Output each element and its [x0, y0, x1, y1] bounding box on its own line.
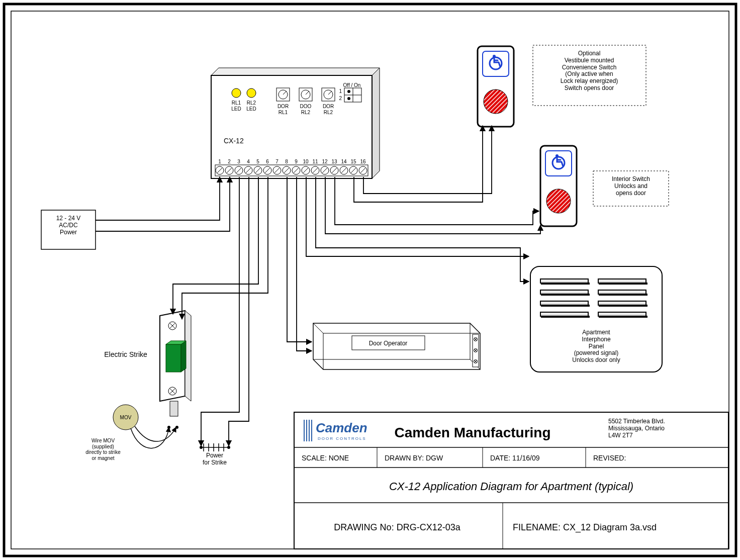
- logo-sub: DOOR CONTROLS: [318, 436, 366, 441]
- svg-point-45: [175, 426, 178, 429]
- drawn-label: DRAWN BY: DGW: [385, 454, 443, 462]
- terminal-num-5: 5: [256, 159, 259, 164]
- dip-header: Off / On: [343, 82, 361, 88]
- svg-rect-84: [598, 301, 646, 305]
- terminal-num-7: 7: [275, 159, 279, 164]
- terminal-num-13: 13: [331, 159, 337, 164]
- svg-rect-87: [599, 316, 647, 317]
- svg-point-69: [546, 189, 571, 213]
- electric-strike: Electric Strike: [104, 311, 191, 416]
- pushplate-optional: [478, 46, 514, 127]
- drawing-title: CX-12 Application Diagram for Apartment …: [389, 480, 633, 493]
- company-name: Camden Manufacturing: [394, 425, 550, 440]
- svg-rect-41: [166, 344, 181, 372]
- svg-point-20: [347, 97, 350, 100]
- pot-dor-rl2-label: DORRL2: [323, 104, 334, 115]
- title-block: Camden DOOR CONTROLS Camden Manufacturin…: [294, 412, 728, 549]
- svg-rect-77: [541, 305, 589, 306]
- terminal-num-6: 6: [266, 159, 269, 164]
- svg-point-44: [167, 426, 170, 429]
- diagram-canvas: CX-12 RL1LED RL2LED DORRL1 DOORL2 DORRL2…: [0, 0, 740, 560]
- interior-note-text: Interior SwitchUnlocks andopens door: [612, 175, 650, 197]
- svg-point-19: [347, 90, 350, 93]
- svg-rect-81: [599, 283, 647, 284]
- rl2-led: RL2LED: [246, 88, 256, 112]
- dip-row-2: 2: [339, 96, 342, 101]
- svg-rect-66: [545, 151, 572, 176]
- svg-rect-60: [483, 51, 509, 76]
- strike-label: Electric Strike: [104, 350, 147, 358]
- svg-rect-85: [599, 305, 647, 306]
- svg-rect-73: [541, 283, 589, 284]
- svg-point-6: [247, 88, 256, 98]
- svg-rect-72: [540, 279, 588, 283]
- interior-note: Interior SwitchUnlocks andopens door: [593, 171, 669, 206]
- terminal-num-11: 11: [312, 159, 318, 164]
- rl1-led: RL1LED: [231, 88, 241, 112]
- terminal-num-3: 3: [237, 159, 240, 164]
- revised-label: REVISED:: [593, 454, 626, 462]
- date-label: DATE: 11/16/09: [490, 454, 540, 462]
- power-source: 12 - 24 VAC/DCPower: [41, 210, 96, 249]
- door-operator-label: Door Operator: [369, 340, 408, 347]
- svg-point-53: [227, 446, 230, 449]
- filename-label: FILENAME: CX_12 Diagram 3a.vsd: [513, 522, 657, 533]
- svg-rect-76: [540, 301, 588, 305]
- terminal-num-12: 12: [322, 159, 328, 164]
- dip-row-1: 1: [339, 88, 342, 94]
- door-operator: Door Operator: [313, 323, 480, 369]
- svg-rect-79: [541, 316, 589, 317]
- terminal-num-1: 1: [218, 159, 221, 164]
- svg-rect-75: [541, 294, 589, 295]
- drawing-no: DRAWING No: DRG-CX12-03a: [334, 522, 460, 532]
- mov-label: MOV: [120, 415, 132, 420]
- terminal-num-4: 4: [247, 159, 250, 164]
- terminal-num-16: 16: [360, 159, 366, 164]
- interphone-panel: ApartmentInterphonePanel(powered signal)…: [530, 266, 662, 372]
- rl2-led-label: RL2LED: [246, 100, 256, 112]
- mov-note: Wire MOV(supplied)directly to strikeor m…: [85, 438, 121, 461]
- svg-rect-78: [540, 312, 588, 316]
- mov: MOV Wire MOV(supplied)directly to strike…: [85, 405, 138, 461]
- svg-rect-80: [598, 279, 646, 283]
- svg-point-52: [200, 446, 203, 449]
- scale-label: SCALE: NONE: [302, 454, 349, 462]
- svg-rect-86: [598, 312, 646, 316]
- pot-dor-rl1-label: DORRL1: [278, 104, 289, 115]
- cx12-controller: CX-12 RL1LED RL2LED DORRL1 DOORL2 DORRL2…: [211, 68, 380, 178]
- svg-rect-42: [170, 401, 178, 416]
- svg-rect-83: [599, 294, 647, 295]
- terminal-num-10: 10: [303, 159, 309, 164]
- rl1-led-label: RL1LED: [231, 100, 241, 112]
- cx12-label: CX-12: [224, 137, 244, 145]
- svg-rect-74: [540, 290, 588, 294]
- strike-power: Powerfor Strike: [200, 443, 230, 466]
- terminal-num-2: 2: [228, 159, 231, 164]
- svg-rect-82: [598, 290, 646, 294]
- logo-top: Camden: [316, 420, 367, 435]
- terminal-num-9: 9: [295, 159, 298, 164]
- strike-power-label: Powerfor Strike: [203, 452, 227, 466]
- optional-note: OptionalVestibule mountedConvenience Swi…: [533, 45, 646, 106]
- pushplate-interior: [540, 146, 577, 226]
- terminal-num-15: 15: [350, 159, 356, 164]
- svg-point-5: [232, 88, 241, 98]
- pot-doo-rl2-label: DOORL2: [300, 104, 312, 115]
- terminal-num-8: 8: [285, 159, 288, 164]
- terminal-num-14: 14: [341, 159, 347, 164]
- svg-point-63: [484, 89, 508, 114]
